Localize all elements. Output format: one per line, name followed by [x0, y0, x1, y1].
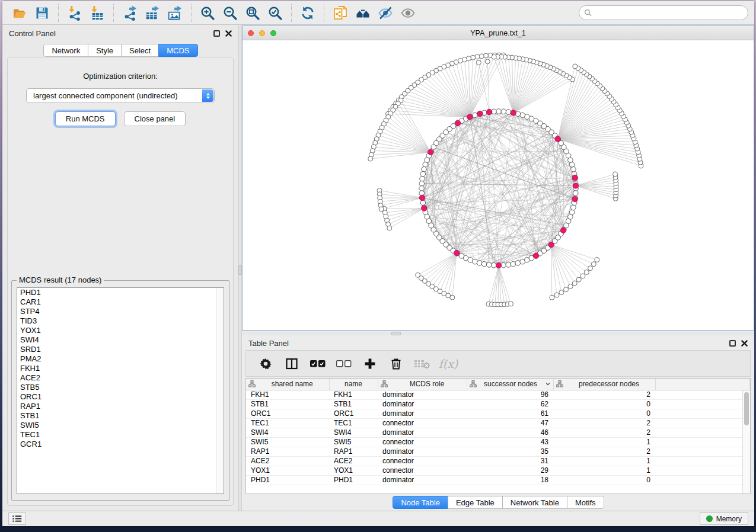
- tab-edge-table[interactable]: Edge Table: [448, 496, 503, 509]
- search-icon: [584, 9, 592, 17]
- mcds-result-item[interactable]: STB1: [17, 411, 224, 421]
- table-cell-filler: [655, 437, 750, 447]
- minimize-window-icon[interactable]: [259, 30, 265, 36]
- float-panel-icon[interactable]: [213, 30, 220, 37]
- save-session-icon: [34, 5, 50, 21]
- column-header-predecessor-nodes[interactable]: predecessor nodes: [553, 379, 655, 390]
- tab-mcds[interactable]: MCDS: [158, 44, 197, 57]
- table-row[interactable]: FKH1FKH1dominator962: [246, 390, 750, 399]
- export-table-button[interactable]: [142, 4, 163, 23]
- mcds-result-item[interactable]: PMA2: [17, 354, 224, 364]
- table-cell: dominator: [378, 428, 467, 437]
- export-image-button[interactable]: [164, 4, 186, 23]
- mcds-list-scrollbar[interactable]: [216, 288, 224, 493]
- network-canvas[interactable]: [243, 40, 754, 330]
- settings-button[interactable]: [256, 354, 276, 373]
- mcds-result-item[interactable]: TEC1: [17, 430, 224, 440]
- table-row[interactable]: STB1STB1dominator620: [246, 399, 750, 409]
- zoom-out-button[interactable]: [219, 4, 241, 23]
- sort-descending-icon: [545, 381, 551, 387]
- table-row[interactable]: SWI4SWI4dominator462: [246, 428, 750, 437]
- mcds-result-item[interactable]: YOX1: [17, 326, 224, 335]
- tab-motifs[interactable]: Motifs: [567, 496, 604, 509]
- table-row[interactable]: SWI5SWI5connector431: [246, 437, 750, 447]
- mcds-result-list[interactable]: PHD1CAR1STP4TID3YOX1SWI4SRD1PMA2FKH1ACE2…: [17, 287, 224, 494]
- table-row[interactable]: PHD1PHD1dominator180: [246, 475, 750, 485]
- hide-selected-button[interactable]: [375, 4, 396, 23]
- table-cell: RAP1: [246, 447, 329, 456]
- zoom-selected-button[interactable]: [264, 4, 286, 23]
- mcds-result-item[interactable]: FKH1: [17, 364, 224, 373]
- delete-columns-button[interactable]: [386, 354, 406, 373]
- mcds-result-item[interactable]: CAR1: [17, 297, 224, 307]
- table-cell: ORC1: [246, 409, 329, 418]
- mcds-result-item[interactable]: STB5: [17, 383, 224, 392]
- select-all-button[interactable]: [308, 354, 328, 373]
- column-header-shared-name[interactable]: shared name: [246, 379, 329, 390]
- memory-button[interactable]: Memory: [700, 512, 748, 525]
- toggle-panel-button[interactable]: [282, 354, 302, 373]
- mcds-result-item[interactable]: SWI4: [17, 335, 224, 345]
- add-column-button[interactable]: [360, 354, 380, 373]
- mcds-result-item[interactable]: SRD1: [17, 345, 224, 354]
- mcds-result-item[interactable]: TID3: [17, 316, 224, 326]
- show-all-button[interactable]: [397, 4, 419, 23]
- zoom-in-button[interactable]: [197, 4, 218, 23]
- column-header-successor-nodes[interactable]: successor nodes: [467, 379, 553, 390]
- table-row[interactable]: RAP1RAP1dominator352: [246, 447, 750, 456]
- table-row[interactable]: ORC1ORC1dominator610: [246, 409, 750, 418]
- mcds-result-title: MCDS result (17 nodes): [17, 275, 104, 284]
- export-image-icon: [167, 5, 183, 21]
- run-mcds-button[interactable]: Run MCDS: [55, 111, 116, 126]
- export-network-button[interactable]: [119, 4, 141, 23]
- table-cell: connector: [378, 456, 467, 466]
- table-row[interactable]: ACE2ACE2connector311: [246, 456, 750, 466]
- mcds-result-item[interactable]: GCR1: [17, 440, 224, 449]
- table-cell-filler: [655, 466, 750, 475]
- tab-select[interactable]: Select: [121, 44, 159, 57]
- column-header-MCDS-role[interactable]: MCDS role: [378, 379, 467, 390]
- close-panel-icon[interactable]: [225, 30, 232, 37]
- table-cell: 1: [553, 466, 655, 475]
- table-scrollbar-thumb[interactable]: [744, 392, 749, 425]
- table-cell: TEC1: [246, 418, 329, 428]
- table-scrollbar[interactable]: [742, 390, 750, 493]
- mcds-result-groupbox: MCDS result (17 nodes) PHD1CAR1STP4TID3Y…: [11, 280, 229, 501]
- task-history-button[interactable]: [8, 512, 26, 525]
- deselect-all-button[interactable]: [334, 354, 354, 373]
- import-table-button[interactable]: [87, 4, 108, 23]
- mcds-result-item[interactable]: PHD1: [17, 288, 224, 297]
- network-view-titlebar[interactable]: YPA_prune.txt_1: [243, 26, 754, 40]
- toolbar-separator: [324, 4, 324, 22]
- first-neighbors-button[interactable]: [352, 4, 374, 23]
- float-panel-icon[interactable]: [729, 340, 736, 347]
- mcds-result-item[interactable]: SWI5: [17, 421, 224, 430]
- mcds-result-item[interactable]: ORC1: [17, 392, 224, 402]
- maximize-window-icon[interactable]: [270, 30, 276, 36]
- table-cell: FKH1: [246, 390, 329, 399]
- table-cell: 0: [553, 399, 655, 409]
- zoom-fit-button[interactable]: [242, 4, 263, 23]
- open-session-button[interactable]: [9, 4, 30, 23]
- tab-style[interactable]: Style: [88, 44, 122, 57]
- mcds-result-item[interactable]: STP4: [17, 307, 224, 316]
- table-row[interactable]: TEC1TEC1connector472: [246, 418, 750, 428]
- table-cell: dominator: [378, 447, 467, 456]
- mcds-result-item[interactable]: ACE2: [17, 373, 224, 383]
- tab-network[interactable]: Network: [43, 44, 88, 57]
- optimization-select[interactable]: largest connected component (undirected): [26, 88, 215, 103]
- mcds-result-item[interactable]: RAP1: [17, 402, 224, 411]
- search-input[interactable]: [579, 5, 748, 20]
- import-network-button[interactable]: [64, 4, 85, 23]
- tab-network-table[interactable]: Network Table: [502, 496, 567, 509]
- close-panel-icon[interactable]: [741, 340, 748, 347]
- column-header-name[interactable]: name: [329, 379, 378, 390]
- refresh-button[interactable]: [297, 4, 318, 23]
- save-session-button[interactable]: [31, 4, 53, 23]
- table-row[interactable]: YOX1YOX1connector291: [246, 466, 750, 475]
- toolbar-buttons: [8, 4, 419, 23]
- tab-node-table[interactable]: Node Table: [393, 496, 448, 509]
- close-window-icon[interactable]: [248, 30, 254, 36]
- close-panel-button[interactable]: Close panel: [124, 111, 186, 126]
- clone-network-button[interactable]: [330, 4, 351, 23]
